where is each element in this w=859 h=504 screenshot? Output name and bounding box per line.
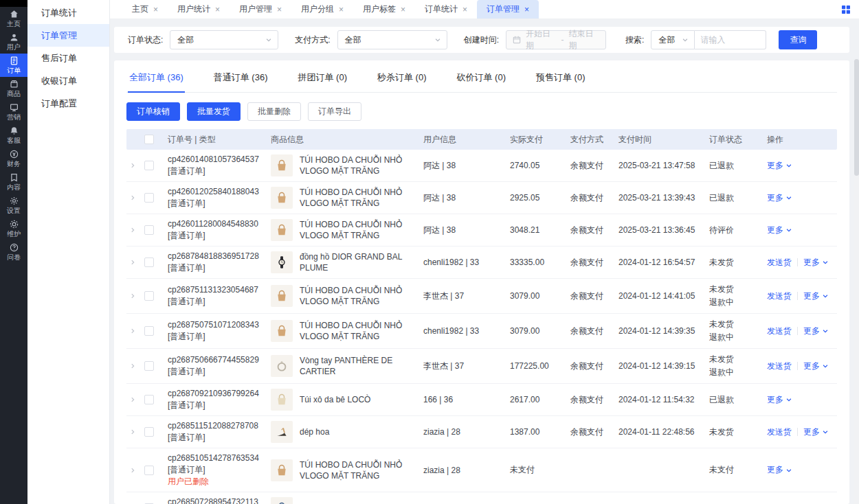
tab-overview-grid-icon[interactable] [841,5,851,14]
row-checkbox[interactable] [144,427,154,437]
rail-item-label: 问卷 [7,253,21,262]
order-type-tab[interactable]: 砍价订单 (0) [455,63,507,92]
toolbar-button[interactable]: 批量发货 [187,102,241,121]
sidebar-item[interactable]: 订单管理 [27,24,109,47]
column-header: 用户信息 [423,134,510,146]
search-scope-select[interactable]: 全部 [651,30,695,49]
date-range-picker[interactable]: 开始日期 - 结束日期 [506,30,606,49]
row-checkbox-cell [144,225,168,235]
ship-action-link[interactable]: 发送货 [767,290,792,302]
scrollbar-thumb[interactable] [854,59,859,176]
row-checkbox[interactable] [144,326,154,336]
rail-item-marketing[interactable]: 营销 [0,100,27,124]
rail-item-survey[interactable]: 问卷 [0,240,27,264]
more-action-link[interactable]: 更多 [803,325,829,337]
more-action-link[interactable]: 更多 [767,160,792,172]
product-name: TÚI HOBO DA CHUỖI NHỎ VLOGO MẶT TRĂNG [300,219,418,241]
order-type-tab[interactable]: 预售订单 (0) [535,63,587,92]
expand-row-icon[interactable] [126,227,144,233]
page-tab[interactable]: 用户分组× [291,0,353,19]
order-type-tab[interactable]: 拼团订单 (0) [296,63,348,92]
toolbar-button[interactable]: 批量删除 [247,102,301,121]
row-checkbox[interactable] [144,466,154,475]
more-action-link[interactable]: 更多 [803,290,829,302]
ship-action-link[interactable]: 发送货 [767,360,792,372]
rail-item-finance[interactable]: 财务 [0,147,27,170]
order-status-select[interactable]: 全部 [170,30,278,49]
row-checkbox[interactable] [144,361,154,371]
rail-item-label: 主页 [7,19,21,28]
rail-item-label: 内容 [7,183,21,192]
order-type-tab[interactable]: 全部订单 (36) [128,63,185,92]
close-tab-icon[interactable]: × [215,5,220,14]
paid-amount-cell: 1387.00 [510,427,570,437]
close-tab-icon[interactable]: × [277,5,282,14]
pay-method-select[interactable]: 全部 [337,30,447,49]
more-action-link[interactable]: 更多 [767,394,792,406]
page-tab[interactable]: 用户标签× [353,0,415,19]
search-input[interactable] [695,30,766,49]
action-label: 发送货 [767,290,792,302]
expand-row-icon[interactable] [126,259,144,266]
order-type-tab[interactable]: 秒杀订单 (0) [376,63,428,92]
row-checkbox-cell [144,466,168,475]
sidebar-item[interactable]: 订单配置 [27,92,109,115]
vertical-scrollbar[interactable] [854,59,859,504]
expand-row-icon[interactable] [126,396,144,403]
product-cell: đồng hồ DIOR GRAND BAL PLUME [271,251,423,273]
rail-item-service[interactable]: 客服 [0,124,27,147]
row-checkbox-cell [144,395,168,404]
toolbar-button[interactable]: 订单导出 [308,102,361,121]
row-checkbox[interactable] [144,161,154,170]
close-tab-icon[interactable]: × [524,5,529,14]
rail-item-label: 用户 [7,43,21,51]
page-tab[interactable]: 订单统计× [415,0,477,19]
paid-amount-cell: 2740.05 [510,161,570,170]
expand-row-icon[interactable] [126,293,144,299]
close-tab-icon[interactable]: × [462,5,467,14]
toolbar-button[interactable]: 订单核销 [126,102,180,121]
rail-item-user[interactable]: 用户 [0,30,27,54]
expand-row-icon[interactable] [126,363,144,369]
page-tab[interactable]: 用户管理× [230,0,291,19]
query-button[interactable]: 查询 [779,30,817,49]
more-action-link[interactable]: 更多 [767,192,792,204]
user-icon [10,33,19,42]
rail-item-maintain[interactable]: 维护 [0,217,27,240]
more-action-link[interactable]: 更多 [767,225,792,236]
more-action-link[interactable]: 更多 [803,426,829,438]
expand-row-icon[interactable] [126,467,144,474]
rail-item-settings[interactable]: 设置 [0,194,27,217]
row-checkbox[interactable] [144,257,154,267]
row-checkbox[interactable] [144,193,154,203]
close-tab-icon[interactable]: × [153,5,158,14]
rail-item-order[interactable]: 订单 [0,54,27,77]
more-action-link[interactable]: 更多 [803,257,829,268]
rail-item-home[interactable]: 主页 [0,7,27,30]
ship-action-link[interactable]: 发送货 [767,325,792,337]
sidebar-item[interactable]: 收银订单 [27,69,109,92]
action-label: 发送货 [767,325,792,337]
expand-row-icon[interactable] [126,428,144,435]
ship-action-link[interactable]: 发送货 [767,257,792,268]
row-checkbox[interactable] [144,291,154,301]
row-checkbox[interactable] [144,225,154,235]
more-action-link[interactable]: 更多 [767,464,792,476]
expand-row-icon[interactable] [126,162,144,169]
expand-row-icon[interactable] [126,194,144,201]
ship-action-link[interactable]: 发送货 [767,426,792,438]
order-type-tab[interactable]: 普通订单 (36) [212,63,269,92]
expand-row-icon[interactable] [126,328,144,334]
page-tab[interactable]: 用户统计× [168,0,230,19]
row-checkbox[interactable] [144,395,154,404]
page-tab[interactable]: 订单管理× [477,0,539,19]
sidebar-item[interactable]: 售后订单 [27,47,109,69]
more-action-link[interactable]: 更多 [803,360,829,372]
rail-item-goods[interactable]: 商品 [0,77,27,100]
close-tab-icon[interactable]: × [339,5,344,14]
page-tab[interactable]: 主页× [122,0,168,19]
sidebar-item[interactable]: 订单统计 [27,1,109,24]
close-tab-icon[interactable]: × [401,5,405,14]
rail-item-content[interactable]: 内容 [0,170,27,194]
select-all-checkbox[interactable] [144,135,154,144]
